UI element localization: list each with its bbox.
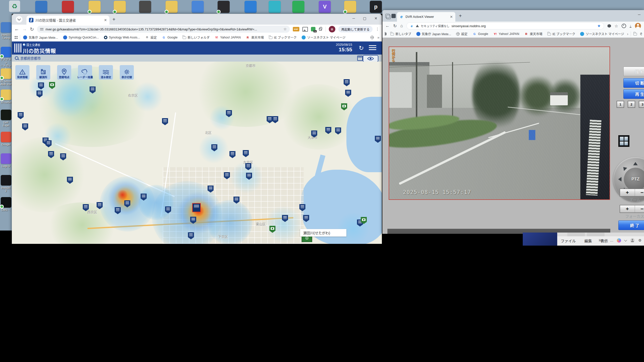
quit-button[interactable]: 終 了 [618, 220, 644, 230]
view-toggle-button[interactable] [363, 55, 378, 62]
sidebar-icon[interactable] [385, 32, 385, 36]
water-level-marker[interactable] [162, 118, 168, 125]
desktop-icon[interactable]: CMS - : [0, 197, 12, 211]
desktop-icon[interactable]: Google [0, 132, 12, 146]
water-level-marker[interactable] [243, 150, 249, 157]
focus-in-button[interactable]: + [620, 205, 635, 212]
desktop-icon[interactable] [166, 1, 178, 13]
bookmark-item[interactable]: ソースネクスト マイページ [300, 34, 347, 40]
chevron-down-icon[interactable] [624, 239, 627, 241]
other-favorites-folder-icon[interactable] [633, 33, 637, 35]
desktop-icon[interactable]: Logi O [0, 153, 12, 168]
bookmark-item[interactable]: ソースネクスト マイページ [578, 31, 626, 37]
channel-1-button[interactable]: 1 [617, 101, 624, 108]
bookmark-item[interactable]: IE ブックマーク [267, 34, 299, 40]
ptz-arrow-icon[interactable] [622, 165, 627, 171]
calendar-icon[interactable] [357, 56, 363, 61]
extensions-icon[interactable] [608, 24, 611, 28]
map-tool-announcements[interactable]: 発表情報 [15, 65, 29, 80]
exif-extension-icon[interactable]: EXIF [293, 27, 299, 31]
minimize-button[interactable]: ─ [352, 16, 355, 20]
bookmark-item[interactable]: Y!Yahoo! JAPAN [491, 31, 521, 37]
zoom-in-button[interactable]: + [620, 189, 635, 196]
edge-active-tab[interactable]: e DVR ActiveX Viewer ✕ [397, 12, 455, 22]
zoom-out-button[interactable]: − [635, 189, 644, 196]
tab-close-icon[interactable]: ✕ [450, 15, 453, 19]
map-tool-flood[interactable]: 浸水想定 [99, 65, 113, 80]
bookmark-item[interactable]: ⚙設定 [143, 34, 159, 40]
address-bar[interactable]: river.go.jp/kawabou/mb?zm=12&clat=35.031… [37, 26, 290, 33]
desktop-icon[interactable] [292, 1, 304, 13]
profile-avatar[interactable]: 幸 [329, 26, 335, 32]
map-tool-stations[interactable]: 観測所 [36, 65, 50, 80]
desktop-icon[interactable]: V [319, 1, 331, 13]
bookmark-item[interactable]: Synology QuickCon... [61, 35, 101, 40]
ptz-arrow-icon[interactable] [633, 162, 638, 165]
bookmark-item[interactable]: 新しいタブ [388, 31, 413, 37]
water-level-marker[interactable] [18, 112, 24, 119]
water-level-marker[interactable] [344, 79, 350, 86]
bookmark-item[interactable]: R楽天市場 [522, 31, 544, 37]
recycle-bin-icon[interactable]: ♻ [9, 1, 20, 12]
copilot-icon[interactable] [617, 238, 621, 243]
desktop-icon[interactable] [62, 1, 74, 13]
address-bar[interactable]: e セキュリティ保護なし sinsenyasai.nsddns.org ★ [407, 22, 604, 29]
bookmark-item[interactable]: GGoogle [160, 35, 179, 40]
bookmark-item[interactable]: 気象庁 Japan Mete... [21, 34, 60, 40]
zoom-control[interactable]: +− [620, 189, 644, 197]
reload-button[interactable]: ↻ [30, 26, 34, 32]
desktop-icon[interactable] [218, 1, 230, 13]
channel-2-button[interactable]: 2 [628, 101, 635, 108]
map-tool-display[interactable]: 表示切替 [120, 65, 134, 80]
desktop-icon[interactable]: デスクトッ ートカット [0, 47, 12, 70]
desktop-icon[interactable]: Insta36 2 [0, 175, 12, 192]
close-button[interactable]: ✕ [374, 16, 377, 20]
new-tab-button[interactable]: + [459, 14, 462, 18]
desktop-icon[interactable] [269, 1, 281, 13]
water-level-marker[interactable] [229, 151, 235, 158]
back-button[interactable]: ← [385, 23, 390, 28]
back-button[interactable]: ← [14, 26, 19, 32]
extensions-puzzle-icon[interactable] [318, 27, 323, 31]
bookmark-star-icon[interactable]: ☆ [283, 27, 287, 31]
desktop-icon[interactable] [344, 1, 356, 13]
desktop-icon[interactable] [114, 1, 126, 13]
apps-grid-icon[interactable] [14, 36, 18, 39]
focus-out-button[interactable]: − [635, 205, 644, 212]
more-menu-icon[interactable]: … [610, 238, 613, 242]
desktop-icon[interactable] [192, 1, 204, 13]
map-tool-radar[interactable]: レーダー雨量 [78, 65, 92, 80]
menu-item[interactable]: 編集 [584, 238, 592, 243]
map-tool-registered-points[interactable]: 登録地点 [57, 65, 71, 80]
bookmark-star-icon[interactable]: ★ [597, 24, 600, 28]
screenshot-extension-icon[interactable] [302, 27, 308, 32]
chrome-active-tab[interactable]: 川の防災情報 - 国土交通省 ✕ [26, 16, 109, 25]
desktop-icon[interactable] [139, 1, 151, 13]
account-icon[interactable] [630, 238, 635, 243]
refresh-icon[interactable]: ↻ [359, 44, 364, 52]
tab-search-button[interactable] [16, 16, 22, 23]
channel-3-button[interactable]: 3 [639, 101, 644, 108]
bookmark-item[interactable]: GGoogle [470, 31, 490, 37]
play-button[interactable]: 再 生 [623, 89, 644, 99]
map-search-bar[interactable]: 京都府京都市 [12, 55, 382, 62]
multi-view-button[interactable] [618, 135, 629, 147]
settings-gear-icon[interactable]: ⚙ [638, 238, 641, 242]
desktop-icon[interactable] [89, 1, 101, 13]
downloads-icon[interactable]: ↓ [630, 24, 631, 28]
bookmarks-overflow-icon[interactable]: » [377, 35, 379, 39]
desktop-icon[interactable] [245, 1, 257, 13]
maximize-button[interactable]: ▢ [363, 16, 366, 20]
new-tab-button[interactable]: + [112, 17, 115, 22]
ptz-arrow-icon[interactable] [618, 177, 622, 182]
reload-button[interactable]: ↻ [393, 23, 397, 29]
bookmark-item[interactable]: Synology Web Assis... [102, 35, 142, 40]
desktop-icon[interactable] [35, 1, 47, 13]
alert-marker[interactable] [192, 203, 201, 212]
desktop-icon[interactable]: GeF Expe [0, 110, 12, 127]
desktop-icon[interactable]: 15 Secon ADB Inst [0, 68, 12, 86]
disconnect-button[interactable]: 切 断 [623, 78, 644, 88]
favorites-icon[interactable]: ☆ [615, 24, 618, 28]
favorites-overflow-icon[interactable]: › [627, 32, 628, 36]
timer-extension-icon[interactable]: 1s [311, 27, 315, 31]
